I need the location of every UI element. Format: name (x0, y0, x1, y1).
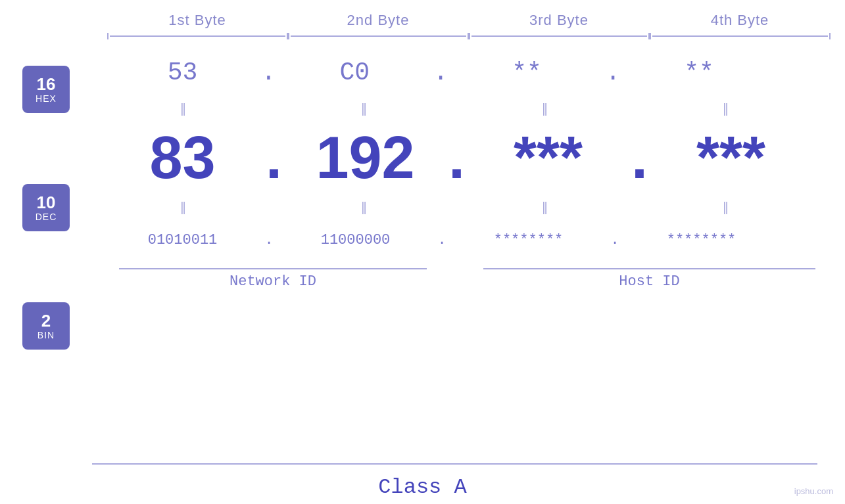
bracket-2 (288, 33, 469, 39)
eq-cell-1b: || (92, 200, 273, 215)
bracket-1-left (107, 33, 109, 39)
bin-badge-number: 2 (41, 311, 51, 331)
eq-cell-2a: || (273, 101, 454, 116)
bracket-4-right (829, 33, 831, 39)
host-id-bracket-line (483, 268, 816, 269)
host-id-label: Host ID (619, 273, 679, 290)
eq-cell-4b: || (635, 200, 815, 215)
hex-badge: 16 HEX (22, 66, 70, 113)
main-container: 1st Byte 2nd Byte 3rd Byte 4th Byte (0, 0, 845, 504)
bin-badge: 2 BIN (22, 302, 70, 350)
bracket-2-line (291, 35, 466, 37)
bin-badge-label: BIN (37, 330, 55, 340)
id-labels-row: Network ID Host ID (92, 268, 845, 290)
bin-cell-3: ******** (438, 232, 619, 248)
eq-cell-1a: || (92, 101, 273, 116)
class-label: Class A (378, 475, 466, 499)
watermark: ipshu.com (794, 486, 833, 496)
byte1-header: 1st Byte (107, 12, 288, 29)
bin-cell-2: 11000000 (265, 232, 446, 248)
dec-val-4: *** (696, 124, 765, 192)
byte2-header: 2nd Byte (288, 12, 469, 29)
dec-cell-1: 83 (92, 124, 273, 192)
dec-cell-3: *** (458, 124, 639, 192)
bin-row: 01010011 . 11000000 . ******** . (92, 217, 845, 263)
dec-badge: 10 DEC (22, 184, 70, 231)
byte3-header: 3rd Byte (469, 12, 650, 29)
dec-val-3: *** (514, 124, 583, 192)
eq-cell-3b: || (454, 200, 635, 215)
top-bracket-row (0, 33, 845, 39)
bin-cell-4: ******** (611, 232, 792, 248)
hex-val-4: ** (684, 58, 714, 87)
dec-cell-2: 192 (275, 124, 456, 192)
hex-cell-2: C0 (264, 58, 445, 87)
bracket-3-line (471, 35, 647, 37)
bracket-1-line (110, 35, 285, 37)
hex-val-3: ** (512, 58, 542, 87)
dec-val-2: 192 (316, 124, 414, 192)
dec-badge-label: DEC (36, 212, 57, 222)
bin-val-4: ******** (667, 232, 736, 248)
bracket-1 (107, 33, 288, 39)
byte4-header: 4th Byte (650, 12, 831, 29)
hex-cell-1: 53 (92, 58, 273, 87)
network-id-bracket-line (119, 268, 427, 269)
hex-badge-label: HEX (36, 93, 57, 104)
bin-val-3: ******** (494, 232, 564, 248)
bracket-2-left (288, 33, 289, 39)
bracket-4-left (650, 33, 651, 39)
bracket-3-left (469, 33, 470, 39)
bracket-4-line (652, 35, 828, 37)
host-id-section: Host ID (454, 268, 845, 290)
network-id-label: Network ID (229, 273, 316, 290)
byte-headers: 1st Byte 2nd Byte 3rd Byte 4th Byte (0, 0, 845, 29)
eq-cell-2b: || (273, 200, 454, 215)
dec-badge-number: 10 (37, 193, 56, 212)
equals-row-2: || || || || (92, 197, 845, 217)
bin-val-2: 11000000 (321, 232, 391, 248)
bin-val-1: 01010011 (148, 232, 218, 248)
class-row: Class A (0, 465, 845, 504)
hex-val-1: 53 (168, 58, 198, 87)
hex-cell-3: ** (437, 58, 617, 87)
content-area: 16 HEX 10 DEC 2 BIN 53 . (0, 46, 845, 459)
hex-badge-number: 16 (37, 75, 56, 94)
bracket-4 (650, 33, 831, 39)
bracket-3 (469, 33, 650, 39)
eq-cell-4a: || (635, 101, 815, 116)
badges-column: 16 HEX 10 DEC 2 BIN (0, 46, 92, 350)
equals-row-1: || || || || (92, 99, 845, 118)
hex-cell-4: ** (608, 58, 789, 87)
rows-column: 53 . C0 . ** . ** (92, 46, 845, 290)
network-id-section: Network ID (92, 268, 454, 290)
dec-val-1: 83 (149, 124, 215, 192)
bin-cell-1: 01010011 (92, 232, 273, 248)
dec-cell-4: *** (640, 124, 821, 192)
hex-val-2: C0 (340, 58, 370, 87)
eq-cell-3a: || (454, 101, 635, 116)
dec-row: 83 . 192 . *** . *** (92, 118, 845, 197)
hex-row: 53 . C0 . ** . ** (92, 46, 845, 99)
